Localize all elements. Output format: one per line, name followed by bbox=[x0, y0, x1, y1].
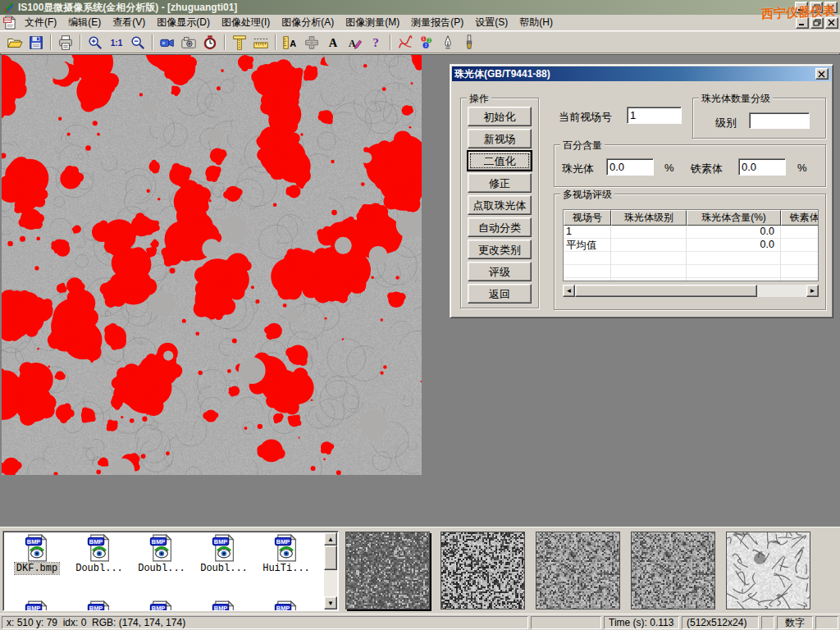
save-icon[interactable] bbox=[25, 33, 47, 52]
table-header-cell[interactable]: 珠光体含量(%) bbox=[687, 210, 781, 226]
measure-text-icon[interactable]: A bbox=[280, 33, 301, 52]
initialize-button[interactable]: 初始化 bbox=[468, 107, 532, 126]
pick-pearlite-button[interactable]: 点取珠光体 bbox=[468, 195, 532, 215]
table-row[interactable]: 平均值0.0 bbox=[564, 239, 818, 252]
scroll-up-icon[interactable]: ▲ bbox=[324, 532, 337, 546]
mdi-minimize-button[interactable] bbox=[796, 17, 809, 29]
file-item[interactable]: BMPDoubl... bbox=[193, 534, 255, 574]
spline-curve-icon[interactable] bbox=[395, 33, 416, 52]
window-restore-button[interactable] bbox=[810, 2, 823, 13]
file-vertical-scrollbar[interactable]: ▲ ▼ bbox=[324, 532, 337, 609]
menu-bar: DOC 文件(F)编辑(E)查看(V)图像显示(D)图像处理(I)图像分析(A)… bbox=[0, 15, 840, 31]
classify-balls-icon[interactable]: 123 bbox=[416, 33, 437, 52]
zoom-in-icon[interactable] bbox=[84, 33, 106, 52]
actual-size-icon[interactable]: 1:1 bbox=[106, 33, 127, 52]
mdi-restore-button[interactable] bbox=[810, 17, 824, 29]
correct-button[interactable]: 修正 bbox=[468, 173, 532, 193]
file-name: DKF.bmp bbox=[15, 563, 59, 574]
scroll-down-icon[interactable]: ▼ bbox=[324, 596, 337, 609]
document-icon[interactable]: DOC bbox=[2, 16, 16, 30]
menu-item[interactable]: 文件(F) bbox=[19, 14, 62, 31]
file-grid-row1: BMPDKF.bmpBMPDoubl...BMPDoubl...BMPDoubl… bbox=[6, 534, 317, 574]
menu-item[interactable]: 图像显示(D) bbox=[151, 14, 216, 31]
window-minimize-button[interactable] bbox=[795, 2, 808, 13]
menu-item[interactable]: 测量报告(P) bbox=[405, 14, 469, 31]
capture-camera-icon[interactable] bbox=[178, 33, 199, 52]
thumbnail-image[interactable] bbox=[726, 532, 810, 609]
status-blank-panel bbox=[531, 616, 601, 629]
file-item[interactable]: BMPDKF.bmp bbox=[6, 534, 68, 574]
file-item[interactable]: BMPHuiTi... bbox=[255, 534, 317, 574]
table-horizontal-scrollbar[interactable]: ◄ ► bbox=[563, 285, 819, 297]
menu-item[interactable]: 图像分析(A) bbox=[276, 14, 340, 31]
table-header-cell[interactable]: 铁素体含量(%) bbox=[781, 210, 819, 226]
file-item[interactable]: BMPDoubl... bbox=[130, 534, 193, 574]
scrollbar-thumb[interactable] bbox=[324, 546, 337, 570]
window-close-button[interactable] bbox=[824, 2, 838, 13]
window-title: IS100显微摄像系统(金相分析版) - [zhuguangti01] bbox=[18, 1, 795, 15]
thumbnail-image[interactable] bbox=[441, 532, 525, 609]
app-icon[interactable] bbox=[2, 2, 15, 14]
pen-nib-icon[interactable] bbox=[437, 33, 459, 52]
thumbnail-image[interactable] bbox=[536, 532, 620, 609]
zoom-out-icon[interactable] bbox=[127, 33, 148, 52]
menu-item[interactable]: 图像测量(M) bbox=[340, 14, 405, 31]
thumbnail-image[interactable] bbox=[631, 532, 715, 609]
dialog-close-button[interactable] bbox=[815, 68, 829, 80]
menu-item[interactable]: 编辑(E) bbox=[62, 14, 107, 31]
toolbar: 1:1AAA?123 bbox=[0, 31, 840, 53]
edit-text-icon[interactable]: A bbox=[344, 33, 365, 52]
bmp-file-icon: BMP bbox=[87, 534, 112, 562]
scrollbar-track[interactable] bbox=[757, 285, 806, 297]
menu-item[interactable]: 设置(S) bbox=[469, 14, 514, 31]
paintbrush-icon[interactable] bbox=[459, 33, 480, 52]
help-icon[interactable]: ? bbox=[365, 33, 386, 52]
table-row[interactable]: 10.0 bbox=[564, 226, 818, 239]
ferrite-percent-input[interactable] bbox=[738, 158, 786, 176]
scroll-right-icon[interactable]: ► bbox=[806, 285, 819, 297]
table-cell bbox=[687, 278, 781, 281]
table-row[interactable] bbox=[564, 252, 818, 265]
table-cell bbox=[781, 226, 819, 239]
file-item[interactable]: BMP bbox=[255, 600, 317, 611]
scroll-left-icon[interactable]: ◄ bbox=[563, 285, 575, 297]
table-row[interactable] bbox=[564, 278, 818, 281]
video-camera-icon[interactable] bbox=[157, 33, 178, 52]
grade-input[interactable] bbox=[749, 112, 810, 129]
svg-text:BMP: BMP bbox=[276, 538, 290, 546]
return-button[interactable]: 返回 bbox=[468, 284, 532, 304]
pearlite-percent-input[interactable] bbox=[606, 158, 654, 176]
auto-classify-button[interactable]: 自动分类 bbox=[468, 217, 532, 237]
scrollbar-thumb[interactable] bbox=[575, 285, 757, 297]
menu-item[interactable]: 帮助(H) bbox=[514, 14, 559, 31]
dialog-titlebar[interactable]: 珠光体(GB/T9441-88) bbox=[452, 66, 831, 81]
rate-button[interactable]: 评级 bbox=[468, 262, 532, 281]
text-label-icon[interactable]: A bbox=[322, 33, 344, 52]
window-titlebar[interactable]: IS100显微摄像系统(金相分析版) - [zhuguangti01] bbox=[0, 0, 840, 15]
mdi-close-button[interactable] bbox=[825, 17, 838, 29]
table-row[interactable] bbox=[564, 265, 818, 278]
ruler-icon[interactable] bbox=[250, 33, 272, 52]
toolbar-separator bbox=[80, 34, 81, 50]
file-item[interactable]: BMP bbox=[68, 600, 130, 611]
caliper-icon[interactable] bbox=[229, 33, 250, 52]
menu-item[interactable]: 图像处理(I) bbox=[216, 14, 276, 31]
file-item[interactable]: BMP bbox=[130, 600, 193, 611]
micrograph-image[interactable] bbox=[2, 55, 422, 475]
current-field-input[interactable] bbox=[627, 107, 682, 124]
open-folder-icon[interactable] bbox=[4, 33, 25, 52]
timer-clock-icon[interactable] bbox=[199, 33, 221, 52]
file-item[interactable]: BMPDoubl... bbox=[68, 534, 130, 574]
change-class-button[interactable]: 更改类别 bbox=[468, 240, 532, 259]
thumbnail-image[interactable] bbox=[345, 532, 430, 609]
grid-cross-icon[interactable] bbox=[301, 33, 322, 52]
table-header-cell[interactable]: 视场号 bbox=[564, 210, 611, 226]
print-icon[interactable] bbox=[55, 33, 76, 52]
table-header-cell[interactable]: 珠光体级别 bbox=[611, 210, 687, 226]
multi-field-table[interactable]: 视场号珠光体级别珠光体含量(%)铁素体含量(%) 10.0平均值0.0 bbox=[563, 209, 819, 281]
binarize-button[interactable]: 二值化 bbox=[468, 151, 532, 171]
new-field-button[interactable]: 新视场 bbox=[468, 129, 532, 148]
menu-item[interactable]: 查看(V) bbox=[107, 14, 151, 31]
file-item[interactable]: BMP bbox=[6, 600, 68, 611]
file-item[interactable]: BMP bbox=[193, 600, 255, 611]
